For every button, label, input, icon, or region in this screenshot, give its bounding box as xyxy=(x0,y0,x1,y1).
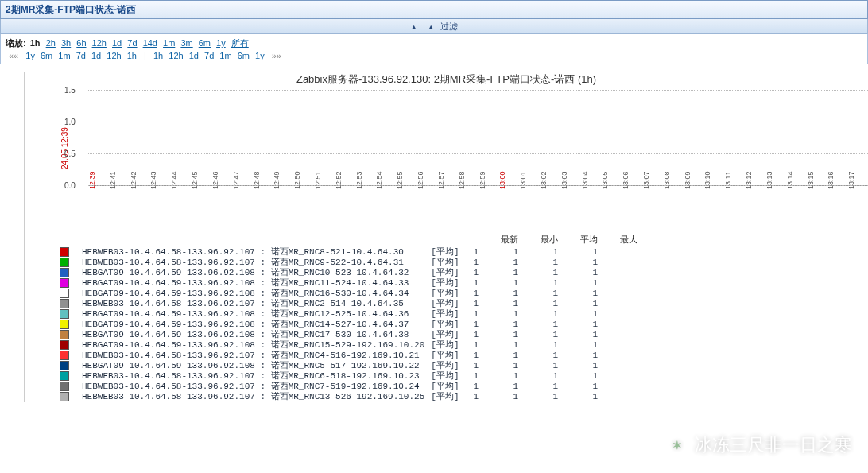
legend-swatch xyxy=(60,392,69,401)
legend-last: 1 xyxy=(462,371,490,382)
x-tick: 12:45 xyxy=(191,171,199,189)
legend-last: 1 xyxy=(462,392,490,402)
page-title: 2期MR采集-FTP端口状态-诺西 xyxy=(0,0,868,19)
zoom-row: 缩放: 1h 2h 3h 6h 12h 1d 7d 14d 1m 3m 6m 1… xyxy=(6,37,862,49)
zoom-option-6m[interactable]: 6m xyxy=(199,38,211,48)
legend-max: 1 xyxy=(569,299,609,309)
nav-fwd-1m[interactable]: 1m xyxy=(219,51,231,60)
legend-min: 1 xyxy=(490,247,529,258)
legend-row: HEBWEB03-10.4.64.58-133.96.92.107 : 诺西MR… xyxy=(56,299,649,309)
time-nav-row: «« 1y 6m 1m 7d 1d 12h 1h | 1h 12h 1d 7d … xyxy=(6,51,862,60)
legend-min: 1 xyxy=(490,278,529,289)
chart-title: Zabbix服务器-133.96.92.130: 2期MR采集-FTP端口状态-… xyxy=(25,72,868,87)
zoom-option-6h[interactable]: 6h xyxy=(76,38,86,48)
nav-fwd-7d[interactable]: 7d xyxy=(204,51,214,60)
y-tick: 1.0 xyxy=(64,117,76,126)
legend-swatch xyxy=(60,382,69,391)
x-tick: 12:46 xyxy=(211,171,219,189)
legend-last: 1 xyxy=(462,278,490,289)
legend-swatch xyxy=(60,299,69,308)
nav-back-all[interactable]: «« xyxy=(9,51,18,60)
x-tick: 12:51 xyxy=(314,171,322,189)
legend-swatch xyxy=(60,247,69,257)
legend-row: HEBWEB03-10.4.64.58-133.96.92.107 : 诺西MR… xyxy=(56,258,649,268)
x-tick: 13:16 xyxy=(827,171,835,189)
nav-sep: | xyxy=(144,51,146,60)
nav-back-1d[interactable]: 1d xyxy=(91,51,101,60)
nav-fwd-1y[interactable]: 1y xyxy=(255,51,265,60)
legend-agg: [平均] xyxy=(428,309,462,320)
legend-agg: [平均] xyxy=(428,268,462,278)
zoom-option-7d[interactable]: 7d xyxy=(127,38,137,48)
legend-row: HEBGAT09-10.4.64.59-133.96.92.108 : 诺西MR… xyxy=(56,309,649,320)
zoom-option-1y[interactable]: 1y xyxy=(216,38,226,48)
x-tick: 12:54 xyxy=(375,171,383,189)
nav-fwd-6m[interactable]: 6m xyxy=(238,51,250,60)
legend-last: 1 xyxy=(462,309,490,320)
zoom-option-3h[interactable]: 3h xyxy=(61,38,71,48)
legend-max: 1 xyxy=(569,258,609,268)
x-tick: 13:02 xyxy=(540,171,548,189)
legend-label: HEBWEB03-10.4.64.58-133.96.92.107 : 诺西MR… xyxy=(79,351,428,361)
legend-label: HEBGAT09-10.4.64.59-133.96.92.108 : 诺西MR… xyxy=(79,340,428,351)
y-tick: 1.5 xyxy=(64,86,76,95)
legend-avg: 1 xyxy=(529,371,569,382)
zoom-option-12h[interactable]: 12h xyxy=(92,38,107,48)
zoom-option-14d[interactable]: 14d xyxy=(143,38,157,48)
x-tick: 12:59 xyxy=(479,171,486,189)
legend-last: 1 xyxy=(462,247,490,258)
zoom-option-1d[interactable]: 1d xyxy=(112,38,122,48)
legend-header: 最小 xyxy=(529,234,569,247)
legend-header xyxy=(79,234,428,247)
legend-min: 1 xyxy=(490,289,529,299)
x-tick: 13:06 xyxy=(622,171,630,189)
wechat-icon: ✶ xyxy=(666,434,688,456)
x-tick: 13:01 xyxy=(519,171,527,189)
legend-avg: 1 xyxy=(529,340,569,351)
legend-avg: 1 xyxy=(529,278,569,289)
legend-header xyxy=(462,234,490,247)
legend-max: 1 xyxy=(569,351,609,361)
zoom-option-2h[interactable]: 2h xyxy=(46,38,56,48)
filter-toggle[interactable]: ▲ ▲ 过滤 xyxy=(0,19,868,34)
zoom-option-1m[interactable]: 1m xyxy=(163,38,175,48)
legend-max: 1 xyxy=(569,268,609,278)
legend-row: HEBWEB03-10.4.64.58-133.96.92.107 : 诺西MR… xyxy=(56,371,649,382)
legend-row: HEBWEB03-10.4.64.58-133.96.92.107 : 诺西MR… xyxy=(56,382,649,392)
nav-back-1h[interactable]: 1h xyxy=(127,51,137,60)
nav-fwd-1h[interactable]: 1h xyxy=(153,51,163,60)
legend-agg: [平均] xyxy=(428,330,462,340)
nav-back-6m[interactable]: 6m xyxy=(41,51,52,60)
zoom-option-所有[interactable]: 所有 xyxy=(231,38,249,48)
zoom-option-1h[interactable]: 1h xyxy=(30,38,41,48)
zoom-option-3m[interactable]: 3m xyxy=(180,38,192,48)
legend-header: 最新 xyxy=(490,234,529,247)
legend-min: 1 xyxy=(490,268,529,278)
nav-fwd-all[interactable]: »» xyxy=(272,51,281,60)
legend-min: 1 xyxy=(490,320,529,330)
legend-label: HEBWEB03-10.4.64.58-133.96.92.107 : 诺西MR… xyxy=(79,299,428,309)
legend-label: HEBWEB03-10.4.64.58-133.96.92.107 : 诺西MR… xyxy=(79,382,428,392)
x-tick: 13:07 xyxy=(642,171,650,189)
x-tick: 13:10 xyxy=(703,171,711,189)
legend-max: 1 xyxy=(569,361,609,371)
nav-back-12h[interactable]: 12h xyxy=(107,51,121,60)
nav-back-1y[interactable]: 1y xyxy=(25,51,35,60)
legend-row: HEBWEB03-10.4.64.58-133.96.92.107 : 诺西MR… xyxy=(56,351,649,361)
legend-header: 平均 xyxy=(569,234,609,247)
legend-label: HEBWEB03-10.4.64.58-133.96.92.107 : 诺西MR… xyxy=(79,371,428,382)
legend-label: HEBGAT09-10.4.64.59-133.96.92.108 : 诺西MR… xyxy=(79,289,428,299)
x-tick: 13:17 xyxy=(847,171,855,189)
nav-back-1m[interactable]: 1m xyxy=(58,51,70,60)
nav-fwd-12h[interactable]: 12h xyxy=(169,51,183,60)
legend-last: 1 xyxy=(462,299,490,309)
legend-label: HEBGAT09-10.4.64.59-133.96.92.108 : 诺西MR… xyxy=(79,361,428,371)
legend-swatch xyxy=(60,371,69,381)
x-tick: 12:47 xyxy=(232,171,240,189)
x-tick: 13:12 xyxy=(745,171,753,189)
legend-header xyxy=(428,234,462,247)
nav-fwd-1d[interactable]: 1d xyxy=(189,51,199,60)
legend-label: HEBGAT09-10.4.64.59-133.96.92.108 : 诺西MR… xyxy=(79,309,428,320)
nav-back-7d[interactable]: 7d xyxy=(76,51,86,60)
legend-row: HEBWEB03-10.4.64.58-133.96.92.107 : 诺西MR… xyxy=(56,247,649,258)
